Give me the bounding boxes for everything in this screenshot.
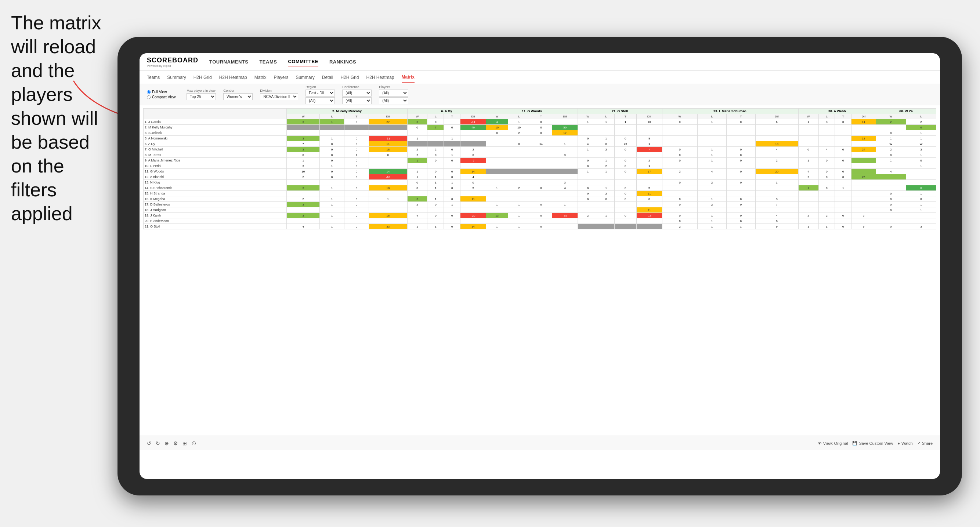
division-select[interactable]: NCAA Division II [260, 93, 298, 100]
view-original-label: View: Original [823, 441, 848, 446]
dy-l: L [427, 114, 444, 119]
sub-nav-h2h-grid[interactable]: H2H Grid [194, 73, 212, 82]
save-custom-button[interactable]: 💾 Save Custom View [852, 441, 893, 446]
refresh-button[interactable]: ⏲ [191, 440, 196, 446]
webb-l: L [818, 114, 835, 119]
full-view-option[interactable]: Full View [147, 90, 175, 94]
table-row: 18. J Hodgson 11 01 [143, 207, 936, 213]
nav-committee[interactable]: COMMITTEE [288, 57, 318, 67]
za-l: L [906, 114, 936, 119]
region-select[interactable]: East - DII [305, 90, 335, 97]
toolbar-right: 👁 View: Original 💾 Save Custom View ● Wa… [818, 441, 932, 446]
player-name: 8. M Torres [143, 152, 287, 158]
watch-button[interactable]: ● Watch [897, 441, 912, 446]
layout-button[interactable]: ⊞ [183, 440, 187, 446]
col-header-mulcahy: 2. M Kelly Mulcahy [287, 109, 407, 114]
gender-select[interactable]: Women's [223, 93, 253, 100]
compact-view-option[interactable]: Compact View [147, 95, 175, 99]
woods-w: W [486, 114, 508, 119]
player-name: 1. J Garcia [143, 119, 287, 125]
mulcahy-dif: Dif [369, 114, 407, 119]
filters-bar: Full View Compact View Max players in vi… [140, 84, 940, 105]
col-header-schumac: 23. L Marie Schumac. [662, 109, 798, 114]
player-name: 15. H Stranda [143, 191, 287, 196]
nav-tournaments[interactable]: TOURNAMENTS [209, 58, 248, 66]
table-row: 9. A Maria Jimenez Rios 100 100-7 0102 0… [143, 158, 936, 163]
sub-nav-h2h-grid2[interactable]: H2H Grid [340, 73, 359, 82]
table-row: 2. M Kelly Mulcahy 07040 1010050 6 [143, 125, 936, 130]
gender-label: Gender [223, 89, 253, 92]
table-row: 16. K Mcgaha 2101 31011 0000 0103 00 [143, 196, 936, 202]
logo-title: SCOREBOARD [147, 57, 198, 64]
max-players-select[interactable]: Top 25 [186, 93, 216, 100]
player-name: 20. E Andersson [143, 218, 287, 224]
table-row: 7. O Mitchell 30018 2202 120-4 0104 0402… [143, 147, 936, 152]
table-row: 15. H Stranda 02011 01 [143, 191, 936, 196]
conference-sub-select[interactable]: (All) [342, 97, 372, 104]
nav-teams[interactable]: TEAMS [259, 58, 277, 66]
sub-nav-h2h-heatmap2[interactable]: H2H Heatmap [366, 73, 394, 82]
watch-icon: ● [897, 441, 900, 446]
eye-icon: 👁 [818, 441, 822, 446]
region-label: Region [305, 85, 335, 89]
sub-nav-teams[interactable]: Teams [147, 73, 160, 82]
gender-filter: Gender Women's [223, 89, 253, 100]
bottom-toolbar: ↺ ↻ ⊕ ⚙ ⊞ ⏲ 👁 [140, 436, 940, 450]
sub-nav-h2h-heatmap[interactable]: H2H Heatmap [219, 73, 247, 82]
matrix-table: 2. M Kelly Mulcahy 6. A Dy 11. G Woods 2… [143, 108, 936, 229]
conference-select[interactable]: (All) [342, 90, 372, 97]
view-original-button[interactable]: 👁 View: Original [818, 441, 848, 446]
region-filter: Region East - DII (All) [305, 85, 335, 104]
players-filter: Players (All) (All) [379, 85, 408, 104]
schumac-dif: Dif [755, 114, 798, 119]
region-sub-select[interactable]: (All) [305, 97, 335, 104]
col-header-dy: 6. A Dy [407, 109, 486, 114]
nav-rankings[interactable]: RANKINGS [329, 58, 356, 66]
share-label: Share [922, 441, 932, 446]
sub-nav-players[interactable]: Players [274, 73, 288, 82]
player-name: 9. A Maria Jimenez Rios [143, 158, 287, 163]
matrix-content: 2. M Kelly Mulcahy 6. A Dy 11. G Woods 2… [140, 105, 940, 436]
full-view-label: Full View [152, 90, 167, 94]
player-name: 2. M Kelly Mulcahy [143, 125, 287, 130]
mulcahy-t: T [344, 114, 369, 119]
table-row: 14. S Srichantamit 31018 0105 1204 0105 … [143, 185, 936, 191]
player-name: 6. A Dy [143, 141, 287, 147]
player-name: 11. G Woods [143, 169, 287, 174]
players-sub-select[interactable]: (All) [379, 97, 408, 104]
zoom-button[interactable]: ⊕ [164, 440, 169, 446]
table-row: 6. A Dy 70011 0141 40251 13 WW [143, 141, 936, 147]
player-name: 5. A Nomrowski [143, 136, 287, 141]
sub-nav-summary[interactable]: Summary [167, 73, 186, 82]
player-name: 3. S Jelinek [143, 130, 287, 136]
tablet-frame: SCOREBOARD Powered by clippd TOURNAMENTS… [118, 37, 962, 495]
players-label: Players [379, 85, 408, 89]
save-custom-label: Save Custom View [859, 441, 893, 446]
col-header-webb: 38. A Webb [798, 109, 876, 114]
share-icon: ↗ [917, 441, 921, 446]
sub-nav-matrix2[interactable]: Matrix [402, 72, 415, 83]
table-row: 3. S Jelinek 02017 01 [143, 130, 936, 136]
table-row: 20. E Andersson 0108 [143, 218, 936, 224]
webb-t: T [835, 114, 851, 119]
webb-w: W [798, 114, 818, 119]
undo-button[interactable]: ↺ [147, 440, 151, 446]
toolbar-left: ↺ ↻ ⊕ ⚙ ⊞ ⏲ [147, 440, 196, 446]
main-nav: TOURNAMENTS TEAMS COMMITTEE RANKINGS [209, 57, 356, 67]
sub-nav-summary2[interactable]: Summary [296, 73, 314, 82]
col-header-stoll: 21. O Stoll [578, 109, 662, 114]
dy-dif: Dif [460, 114, 486, 119]
stoll-t: T [614, 114, 636, 119]
undo-icon: ↺ [147, 440, 151, 446]
players-select[interactable]: (All) [379, 90, 408, 97]
conference-filter: Conference (All) (All) [342, 85, 372, 104]
division-label: Division [260, 89, 298, 92]
sub-nav-detail[interactable]: Detail [322, 73, 333, 82]
sub-nav-matrix[interactable]: Matrix [255, 73, 267, 82]
player-name: 14. S Srichantamit [143, 185, 287, 191]
refresh-icon: ⏲ [191, 440, 196, 446]
share-button[interactable]: ↗ Share [917, 441, 932, 446]
annotation-text: The matrix will reload and the players s… [11, 11, 114, 226]
settings-button[interactable]: ⚙ [173, 440, 178, 446]
redo-button[interactable]: ↻ [156, 440, 160, 446]
